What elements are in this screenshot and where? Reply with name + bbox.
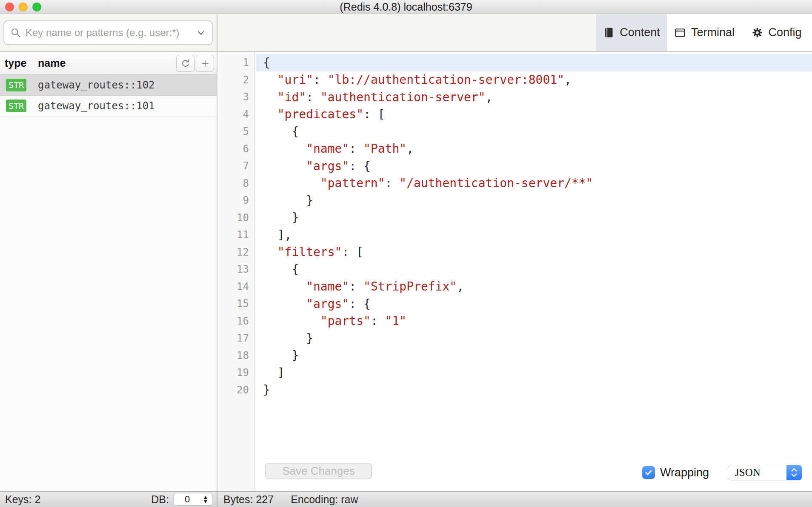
editor-line[interactable]: 10 } <box>218 209 812 227</box>
line-number: 7 <box>218 160 255 172</box>
plus-icon <box>200 58 210 68</box>
sidebar-toolbar <box>0 14 217 51</box>
key-search-box[interactable] <box>3 20 213 45</box>
db-label: DB: <box>151 493 169 506</box>
checkmark-icon <box>644 468 653 477</box>
search-icon <box>10 27 21 38</box>
bytes-info: Bytes: 227 <box>223 493 274 506</box>
editor-line[interactable]: 16 "parts": "1" <box>218 313 812 330</box>
editor-line[interactable]: 2 "uri": "lb://authentication-server:800… <box>218 71 812 89</box>
search-input[interactable] <box>26 27 196 39</box>
editor-line[interactable]: 19 ] <box>218 364 812 382</box>
code-text: "name": "Path", <box>256 140 812 158</box>
editor-line[interactable]: 14 "name": "StripPrefix", <box>218 278 812 296</box>
refresh-keys-button[interactable] <box>176 55 194 72</box>
editor-lines: 1{2 "uri": "lb://authentication-server:8… <box>218 54 812 399</box>
code-text: } <box>256 347 812 365</box>
code-text: "predicates": [ <box>256 106 812 123</box>
db-stepper[interactable]: 0 ▲▼ <box>173 493 212 506</box>
tab-label: Content <box>620 26 660 39</box>
code-text: "name": "StripPrefix", <box>256 278 812 296</box>
window-title: (Redis 4.0.8) localhost:6379 <box>0 0 812 14</box>
db-value: 0 <box>174 494 201 505</box>
code-text: "args": { <box>256 157 812 175</box>
content-editor: 1{2 "uri": "lb://authentication-server:8… <box>218 52 812 491</box>
tab-bar: Content Terminal Config <box>596 14 812 51</box>
line-number: 12 <box>218 246 255 258</box>
line-number: 9 <box>218 194 255 206</box>
line-number: 17 <box>218 332 255 344</box>
editor-line[interactable]: 8 "pattern": "/authentication-server/**" <box>218 175 812 192</box>
terminal-icon <box>674 27 686 39</box>
add-key-button[interactable] <box>196 55 214 72</box>
chevron-down-icon[interactable] <box>196 28 206 38</box>
key-type-badge: STR <box>6 79 26 91</box>
refresh-icon <box>180 58 191 69</box>
keys-count: Keys: 2 <box>5 493 40 506</box>
editor-line[interactable]: 6 "name": "Path", <box>218 140 812 158</box>
format-select[interactable]: JSON <box>728 465 802 480</box>
code-text: { <box>256 54 812 71</box>
save-changes-button[interactable]: Save Changes <box>265 463 372 479</box>
table-row[interactable]: STRgateway_routes::101 <box>0 96 217 117</box>
code-text: "id": "authentication-server", <box>256 88 812 106</box>
gear-icon <box>752 27 763 38</box>
code-text: ] <box>256 364 812 382</box>
code-text: "parts": "1" <box>256 313 812 330</box>
select-arrows-icon <box>786 465 802 480</box>
key-type-badge: STR <box>6 100 26 112</box>
line-number: 13 <box>218 263 255 275</box>
code-text: ], <box>256 226 812 244</box>
editor-line[interactable]: 11 ], <box>218 226 812 244</box>
wrapping-checkbox[interactable] <box>642 466 655 479</box>
stepper-arrows-icon: ▲▼ <box>201 495 212 504</box>
editor-line[interactable]: 17 } <box>218 330 812 347</box>
tab-label: Terminal <box>691 26 735 39</box>
format-select-value: JSON <box>728 467 786 479</box>
code-text: "uri": "lb://authentication-server:8001"… <box>256 71 812 89</box>
tab-config[interactable]: Config <box>741 14 812 51</box>
editor-right-controls: Wrapping JSON <box>642 465 802 480</box>
status-bar-left: Keys: 2 DB: 0 ▲▼ <box>0 492 217 507</box>
line-number: 16 <box>218 315 255 327</box>
code-text: "pattern": "/authentication-server/**" <box>256 175 812 192</box>
tab-terminal[interactable]: Terminal <box>667 14 741 51</box>
db-selector-group: DB: 0 ▲▼ <box>151 492 212 507</box>
editor-line[interactable]: 12 "filters": [ <box>218 244 812 261</box>
line-number: 8 <box>218 177 255 189</box>
status-bar-right: Bytes: 227 Encoding: raw <box>218 492 812 507</box>
code-text: { <box>256 123 812 140</box>
editor-line[interactable]: 18 } <box>218 347 812 365</box>
line-number: 3 <box>218 91 255 103</box>
code-text: } <box>256 209 812 227</box>
editor-line[interactable]: 15 "args": { <box>218 295 812 313</box>
wrapping-toggle[interactable]: Wrapping <box>642 466 709 479</box>
editor-line[interactable]: 9 } <box>218 192 812 209</box>
line-number: 1 <box>218 57 255 68</box>
tab-content[interactable]: Content <box>596 14 667 51</box>
table-row[interactable]: STRgateway_routes::102 <box>0 75 217 96</box>
code-text: "args": { <box>256 295 812 313</box>
keys-table-header: type name <box>0 52 217 75</box>
line-number: 14 <box>218 281 255 293</box>
line-number: 10 <box>218 212 255 224</box>
editor-line[interactable]: 13 { <box>218 261 812 278</box>
key-name: gateway_routes::102 <box>38 79 155 91</box>
editor-line[interactable]: 1{ <box>218 54 812 71</box>
editor-line[interactable]: 3 "id": "authentication-server", <box>218 88 812 106</box>
status-bar: Keys: 2 DB: 0 ▲▼ Bytes: 227 Encoding: ra… <box>0 491 812 507</box>
wrapping-label: Wrapping <box>660 466 709 479</box>
tab-label: Config <box>768 26 801 39</box>
line-number: 4 <box>218 108 255 120</box>
line-number: 11 <box>218 229 255 241</box>
code-text: } <box>256 382 812 399</box>
editor-line[interactable]: 7 "args": { <box>218 157 812 175</box>
book-icon <box>603 27 615 38</box>
editor-line[interactable]: 5 { <box>218 123 812 140</box>
encoding-info: Encoding: raw <box>291 493 358 506</box>
line-number: 6 <box>218 143 255 155</box>
keys-sidebar: type name STRgateway_routes::102STRgatew… <box>0 52 217 491</box>
editor-line[interactable]: 20} <box>218 382 812 399</box>
keys-list: STRgateway_routes::102STRgateway_routes:… <box>0 75 217 117</box>
editor-line[interactable]: 4 "predicates": [ <box>218 106 812 123</box>
